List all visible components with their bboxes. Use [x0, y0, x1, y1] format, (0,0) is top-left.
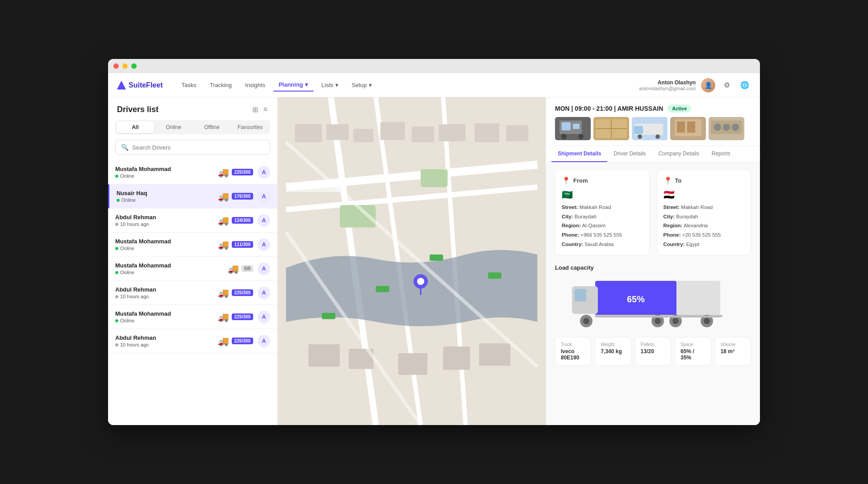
nav-planning[interactable]: Planning ▾: [273, 79, 313, 92]
nav-setup[interactable]: Setup ▾: [346, 79, 377, 91]
driver-name: Nusair Haq: [117, 190, 213, 196]
titlebar: [108, 59, 760, 73]
svg-rect-11: [438, 124, 465, 141]
truck-icon: 🚚: [218, 312, 229, 322]
status-dot-online: [115, 247, 118, 250]
shipment-content: 📍 From 🇸🇦 Street: Makkah Road City: Bura…: [546, 163, 760, 425]
photo-thumb[interactable]: [670, 117, 706, 140]
stat-truck-value: Iveco 80E190: [561, 348, 585, 361]
status-dot-offline: [115, 223, 118, 226]
filter-all[interactable]: All: [117, 121, 154, 133]
stat-truck: Truck Iveco 80E190: [555, 337, 591, 366]
filter-offline[interactable]: Offline: [193, 121, 231, 133]
driver-item[interactable]: Mustafa Mohammad Online 🚚 0/0 A: [108, 257, 277, 281]
from-title: 📍 From: [562, 176, 643, 185]
driver-name: Mustafa Mohammad: [115, 166, 213, 172]
tab-company-details[interactable]: Company Details: [652, 146, 705, 162]
driver-status: 10 hours ago: [115, 221, 213, 227]
capacity-badge: 176/300: [232, 193, 253, 200]
driver-item[interactable]: Mustafa Mohammad Online 🚚 225/300 A: [108, 160, 277, 184]
stat-weight-value: 7,340 kg: [601, 348, 625, 355]
tab-shipment-details[interactable]: Shipment Details: [551, 146, 607, 162]
photo-thumb[interactable]: [555, 117, 591, 140]
stat-pallets-value: 13/20: [641, 348, 665, 355]
driver-item[interactable]: Abdul Rehman 10 hours ago 🚚 225/300 A: [108, 329, 277, 353]
logo[interactable]: SuiteFleet: [117, 81, 163, 90]
settings-icon[interactable]: ⚙: [721, 79, 733, 92]
globe-icon[interactable]: 🌐: [739, 79, 751, 92]
driver-item[interactable]: Nusair Haq Online 🚚 176/300 A: [108, 184, 277, 209]
driver-name: Mustafa Mohammad: [115, 262, 223, 269]
minimize-btn[interactable]: [122, 63, 128, 69]
svg-rect-7: [326, 124, 349, 140]
load-capacity-section: Load capacity 65%: [555, 264, 751, 366]
driver-info: Abdul Rehman 10 hours ago: [115, 286, 213, 299]
user-info: Anton Olashyn antonolashyn@gmail.com: [639, 79, 696, 91]
nav-insights[interactable]: Insights: [240, 79, 271, 91]
truck-container: 🚚 225/300: [218, 312, 253, 322]
from-flag: 🇸🇦: [562, 189, 643, 200]
capacity-badge: 0/0: [242, 265, 253, 272]
map-area[interactable]: [278, 97, 546, 425]
svg-rect-15: [421, 169, 447, 187]
svg-rect-10: [412, 126, 434, 142]
load-capacity-title: Load capacity: [555, 264, 751, 271]
stat-volume-value: 18 m³: [721, 348, 745, 355]
nav-right: Anton Olashyn antonolashyn@gmail.com 👤 ⚙…: [639, 78, 751, 92]
svg-point-68: [704, 318, 710, 324]
nav-tracking[interactable]: Tracking: [204, 79, 237, 91]
svg-rect-6: [295, 124, 322, 142]
driver-item[interactable]: Mustafa Mohammad Online 🚚 225/300 A: [108, 305, 277, 329]
svg-rect-26: [443, 346, 470, 370]
user-email: antonolashyn@gmail.com: [639, 86, 696, 91]
truck-container: 🚚 0/0: [228, 263, 253, 274]
user-name: Anton Olashyn: [639, 79, 696, 86]
from-pin-icon: 📍: [562, 176, 571, 185]
truck-container: 🚚 176/300: [218, 191, 253, 202]
stat-pallets-label: Pallets: [641, 342, 665, 347]
search-bar: 🔍: [115, 140, 270, 155]
svg-rect-25: [398, 353, 427, 375]
truck-capacity-visual: 65%: [555, 276, 751, 330]
svg-point-64: [655, 318, 661, 324]
stat-pallets: Pallets 13/20: [635, 337, 671, 366]
driver-item[interactable]: Mustafa Mohammad Online 🚚 111/300 A: [108, 233, 277, 257]
status-dot-online: [115, 271, 118, 274]
photo-thumb[interactable]: [632, 117, 668, 140]
tab-driver-details[interactable]: Driver Details: [607, 146, 652, 162]
stat-space-value: 65% / 35%: [680, 348, 705, 361]
svg-rect-17: [430, 255, 443, 261]
search-input[interactable]: [132, 144, 264, 151]
close-btn[interactable]: [113, 63, 119, 69]
list-view-icon[interactable]: ≡: [263, 104, 268, 115]
sidebar-icons: ⊞ ≡: [251, 104, 268, 115]
driver-info: Abdul Rehman 10 hours ago: [115, 334, 213, 347]
photo-thumb[interactable]: [593, 117, 629, 140]
truck-icon: 🚚: [218, 288, 229, 298]
driver-item[interactable]: Abdul Rehman 10 hours ago 🚚 124/300 A: [108, 209, 277, 233]
svg-text:65%: 65%: [626, 294, 644, 304]
driver-info: Abdul Rehman 10 hours ago: [115, 214, 213, 227]
truck-container: 🚚 111/300: [218, 239, 253, 250]
filter-online[interactable]: Online: [155, 121, 192, 133]
tab-reports[interactable]: Reports: [705, 146, 737, 162]
nav-lists[interactable]: Lists ▾: [316, 79, 344, 91]
svg-point-45: [655, 134, 660, 139]
sidebar-title: Drivers list: [117, 105, 159, 114]
driver-info: Mustafa Mohammad Online: [115, 166, 213, 179]
panel-tabs: Shipment Details Driver Details Company …: [546, 146, 760, 163]
from-details: Street: Makkah Road City: Buraydah Regio…: [562, 203, 643, 249]
nav-tasks[interactable]: Tasks: [176, 79, 201, 91]
grid-view-icon[interactable]: ⊞: [251, 104, 259, 115]
navbar: SuiteFleet Tasks Tracking Insights Plann…: [108, 73, 760, 97]
photo-thumb[interactable]: [709, 117, 744, 140]
svg-rect-8: [353, 129, 373, 142]
maximize-btn[interactable]: [131, 63, 137, 69]
filter-favourites[interactable]: Favourites: [231, 121, 269, 133]
capacity-badge: 225/300: [232, 313, 253, 320]
status-dot-offline: [115, 343, 118, 346]
svg-point-54: [732, 124, 739, 131]
driver-item[interactable]: Abdul Rehman 10 hours ago 🚚 225/300 A: [108, 281, 277, 305]
svg-rect-48: [677, 121, 685, 133]
avatar[interactable]: 👤: [701, 78, 715, 92]
